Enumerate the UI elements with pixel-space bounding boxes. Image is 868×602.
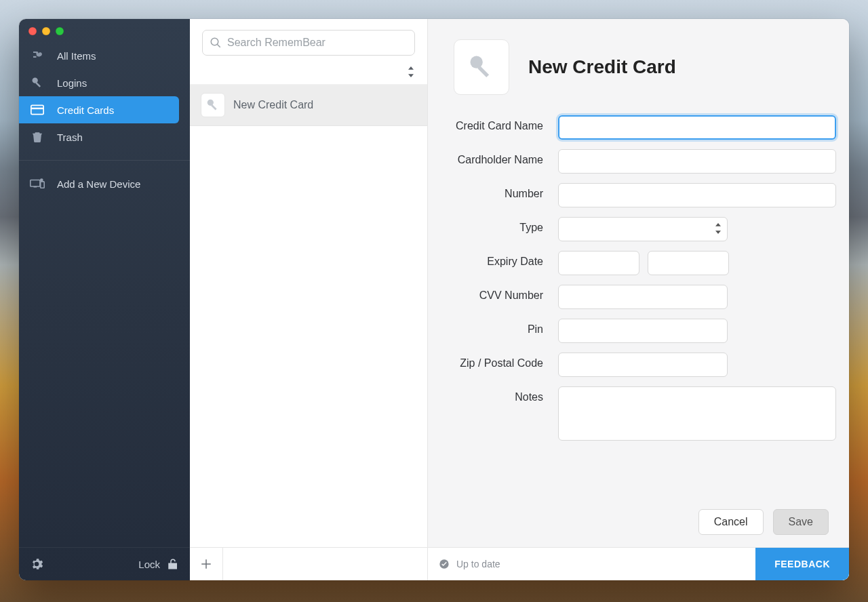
- detail-thumb: [454, 39, 509, 95]
- sidebar-footer: Lock: [19, 547, 190, 580]
- sort-icon: [407, 66, 415, 77]
- key-icon: [205, 98, 220, 113]
- svg-point-8: [211, 38, 218, 45]
- svg-rect-1: [35, 82, 41, 87]
- sidebar-item-label: Credit Cards: [57, 104, 114, 116]
- detail-title: New Credit Card: [528, 56, 676, 78]
- detail-footer: Up to date FEEDBACK: [428, 547, 849, 580]
- label-notes: Notes: [428, 386, 543, 403]
- sidebar-item-label: Trash: [57, 132, 83, 143]
- key-icon: [30, 76, 45, 89]
- sidebar-item-credit-cards[interactable]: Credit Cards: [19, 96, 179, 123]
- cardholder-name-input[interactable]: [558, 149, 836, 174]
- window-controls: [19, 19, 190, 39]
- item-title: New Credit Card: [233, 99, 313, 111]
- sort-button[interactable]: [407, 66, 415, 77]
- lock-button[interactable]: Lock: [138, 557, 179, 571]
- credit-card-icon: [30, 104, 45, 115]
- search-field[interactable]: [202, 30, 415, 56]
- plus-icon: [200, 558, 212, 570]
- sidebar-item-logins[interactable]: Logins: [19, 69, 190, 96]
- items-footer: [190, 547, 427, 580]
- search-icon: [210, 37, 222, 49]
- label-expiry-date: Expiry Date: [428, 251, 543, 268]
- label-cvv-number: CVV Number: [428, 285, 543, 302]
- svg-rect-5: [34, 186, 37, 188]
- label-number: Number: [428, 183, 543, 200]
- pin-input[interactable]: [558, 319, 728, 343]
- svg-rect-11: [211, 104, 216, 110]
- sidebar-item-trash[interactable]: Trash: [19, 123, 190, 150]
- sidebar-item-label: All Items: [57, 50, 96, 62]
- sort-row: [190, 60, 427, 85]
- detail-actions: Cancel Save: [428, 502, 849, 547]
- items-list: New Credit Card: [190, 85, 427, 547]
- label-type: Type: [428, 217, 543, 234]
- svg-rect-3: [31, 108, 43, 110]
- label-zip: Zip / Postal Code: [428, 353, 543, 369]
- search-input[interactable]: [222, 36, 408, 49]
- credit-card-name-input[interactable]: [558, 115, 836, 140]
- sidebar-separator: [19, 160, 190, 161]
- credit-card-form: Credit Card Name Cardholder Name Number …: [428, 108, 849, 447]
- svg-point-7: [40, 178, 43, 182]
- cvv-input[interactable]: [558, 285, 728, 309]
- settings-button[interactable]: [30, 557, 43, 571]
- detail-pane: New Credit Card Credit Card Name Cardhol…: [428, 19, 849, 580]
- lock-label: Lock: [138, 559, 160, 570]
- app-logo-icon: [30, 49, 45, 62]
- card-type-select[interactable]: [558, 217, 728, 241]
- svg-rect-6: [41, 182, 45, 188]
- sidebar-add-device[interactable]: Add a New Device: [19, 170, 190, 197]
- svg-rect-2: [31, 105, 43, 114]
- notes-textarea[interactable]: [558, 386, 836, 441]
- devices-icon: [30, 178, 45, 190]
- sidebar-nav: All Items Logins Credit Cards Trash: [19, 39, 190, 197]
- label-pin: Pin: [428, 319, 543, 336]
- cancel-button[interactable]: Cancel: [698, 509, 764, 535]
- expiry-year-input[interactable]: [648, 251, 729, 275]
- zip-input[interactable]: [558, 353, 728, 377]
- sidebar: All Items Logins Credit Cards Trash: [19, 19, 190, 580]
- label-credit-card-name: Credit Card Name: [428, 115, 543, 132]
- key-icon: [467, 52, 496, 82]
- items-column: New Credit Card: [190, 19, 428, 580]
- trash-icon: [30, 130, 45, 144]
- sidebar-item-all-items[interactable]: All Items: [19, 42, 190, 69]
- svg-rect-4: [31, 180, 40, 186]
- sidebar-item-label: Add a New Device: [57, 178, 140, 190]
- card-number-input[interactable]: [558, 183, 836, 207]
- svg-rect-15: [477, 66, 489, 77]
- detail-header: New Credit Card: [428, 19, 849, 108]
- zoom-window-button[interactable]: [56, 27, 64, 35]
- unlock-icon: [167, 557, 179, 571]
- svg-line-9: [217, 44, 220, 47]
- chevron-updown-icon: [715, 223, 722, 234]
- feedback-button[interactable]: FEEDBACK: [755, 548, 849, 580]
- list-item[interactable]: New Credit Card: [190, 85, 427, 126]
- minimize-window-button[interactable]: [42, 27, 50, 35]
- search-wrap: [190, 19, 427, 60]
- check-circle-icon: [439, 559, 450, 569]
- expiry-month-input[interactable]: [558, 251, 639, 275]
- save-button[interactable]: Save: [773, 509, 829, 535]
- app-window: All Items Logins Credit Cards Trash: [19, 19, 849, 580]
- sync-status-text: Up to date: [456, 559, 500, 569]
- close-window-button[interactable]: [28, 27, 37, 35]
- add-item-button[interactable]: [190, 548, 223, 580]
- label-cardholder-name: Cardholder Name: [428, 149, 543, 166]
- sidebar-item-label: Logins: [57, 77, 87, 89]
- item-thumb: [201, 93, 225, 117]
